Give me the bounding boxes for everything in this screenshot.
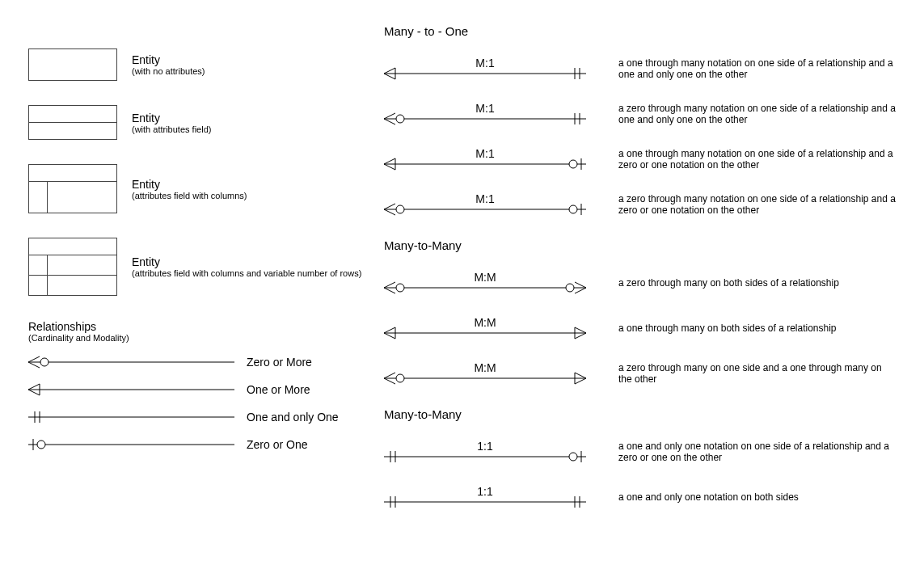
crowfoot-one-only-one-icon (28, 409, 238, 425)
m1-row-3: M:1 a zero through many notation on one … (384, 193, 896, 216)
ratio-label: M:M (474, 272, 496, 284)
mm-row-0: M:M a zero through many on both sides of… (384, 272, 896, 294)
entity-title: Entity (132, 53, 205, 66)
entity-box-icon (28, 164, 117, 213)
mm-row-2: M:M a zero through many on one side and … (384, 362, 896, 385)
entity-sub: (attributes field with columns and varia… (132, 268, 361, 278)
ratio-label: 1:1 (477, 441, 493, 453)
notation-desc: a zero through many on both sides of a r… (618, 277, 839, 289)
legend-label: One and only One (247, 411, 339, 424)
entity-box-icon (28, 105, 117, 140)
notation-desc: a zero through many notation on one side… (618, 103, 896, 125)
relationship-line-icon: 1:1 (384, 441, 586, 463)
ratio-label: M:1 (475, 57, 495, 70)
notation-desc: a one through many notation on one side … (618, 148, 896, 171)
crowfoot-one-or-more-icon (28, 382, 238, 398)
relationship-line-icon: M:1 (384, 148, 586, 171)
oo-row-1: 1:1 a one and only one notation on both … (384, 486, 896, 508)
legend-label: One or More (247, 383, 310, 396)
ratio-label: M:M (474, 362, 496, 374)
legend-one-or-more: One or More (28, 382, 384, 398)
ratio-label: M:1 (475, 148, 495, 160)
entity-box-icon (28, 238, 117, 296)
notation-desc: a zero through many on one side and a on… (618, 362, 896, 385)
ratio-label: M:1 (475, 103, 495, 115)
relationship-line-icon: M:M (384, 317, 586, 339)
notation-desc: a one and only one notation on both side… (618, 491, 799, 503)
ratio-label: M:M (474, 317, 496, 329)
relationship-line-icon: 1:1 (384, 486, 586, 508)
relationships-heading: Relationships (Cardinality and Modality) (28, 320, 384, 343)
notation-desc: a one through many on both sides of a re… (618, 323, 837, 334)
relationship-line-icon: M:1 (384, 103, 586, 125)
relationship-line-icon: M:M (384, 362, 586, 385)
entity-with-attributes: Entity (with attributes field) (28, 105, 384, 140)
m1-row-0: M:1 a one through many notation on one s… (384, 57, 896, 80)
ratio-label: M:1 (475, 193, 495, 205)
entity-title: Entity (132, 178, 247, 191)
entity-no-attributes: Entity (with no attributes) (28, 48, 384, 81)
notation-desc: a one through many notation on one side … (618, 57, 896, 80)
m1-row-2: M:1 a one through many notation on one s… (384, 148, 896, 171)
legend-label: Zero or One (247, 438, 307, 451)
relationships-title: Relationships (28, 320, 384, 333)
entity-title: Entity (132, 112, 211, 124)
entities-and-legend: Entity (with no attributes) Entity (with… (28, 16, 384, 464)
entity-box-icon (28, 48, 117, 81)
notation-desc: a zero through many notation on one side… (618, 193, 896, 216)
oo-row-0: 1:1 a one and only one notation on one s… (384, 441, 896, 463)
legend-zero-or-one: Zero or One (28, 436, 384, 453)
legend-label: Zero or More (247, 356, 312, 369)
section-title-m1: Many - to - One (384, 24, 896, 38)
relationships-sub: (Cardinality and Modality) (28, 333, 384, 343)
m1-row-1: M:1 a zero through many notation on one … (384, 103, 896, 125)
notation-desc: a one and only one notation on one side … (618, 441, 896, 463)
relationship-line-icon: M:1 (384, 57, 586, 80)
section-title-mm: Many-to-Many (384, 238, 896, 252)
mm-row-1: M:M a one through many on both sides of … (384, 317, 896, 339)
legend-zero-or-more: Zero or More (28, 354, 384, 370)
crowfoot-zero-or-more-icon (28, 354, 238, 370)
relationship-line-icon: M:M (384, 272, 586, 294)
entity-sub: (with no attributes) (132, 66, 205, 76)
entity-attributes-columns-rows: Entity (attributes field with columns an… (28, 238, 384, 296)
section-title-oo: Many-to-Many (384, 407, 896, 421)
crowfoot-zero-or-one-icon (28, 436, 238, 453)
entity-sub: (with attributes field) (132, 124, 211, 134)
entity-title: Entity (132, 255, 361, 268)
legend-one-and-only-one: One and only One (28, 409, 384, 425)
entity-attributes-columns: Entity (attributes field with columns) (28, 164, 384, 213)
notation-examples: Many - to - One M:1 a one through many n… (384, 16, 896, 531)
relationship-line-icon: M:1 (384, 193, 586, 216)
ratio-label: 1:1 (477, 486, 493, 498)
entity-sub: (attributes field with columns) (132, 191, 247, 200)
